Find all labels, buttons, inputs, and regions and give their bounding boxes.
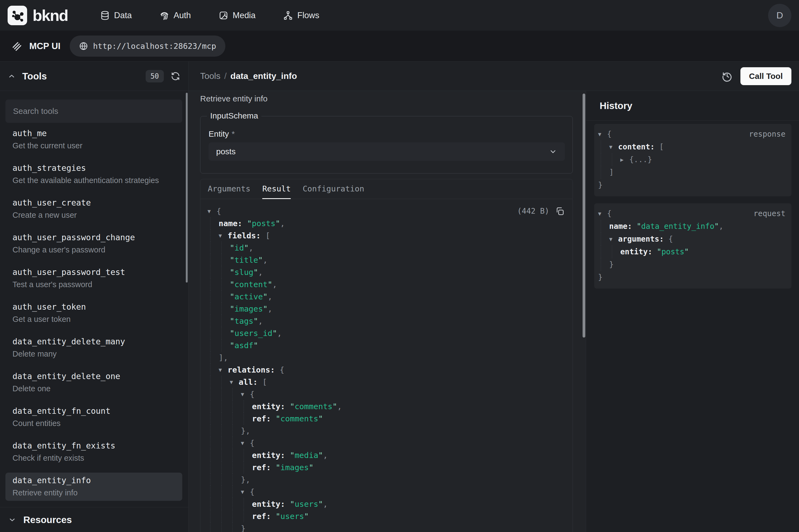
json-punctuation: [ [659,142,664,151]
collapse-toggle-icon[interactable]: ▼ [598,131,607,137]
json-key: entity: [252,499,290,509]
json-key: ref: [252,512,275,521]
indent-guide [232,473,233,486]
top-nav: bknd Data [0,0,799,31]
nav-item-media[interactable]: Media [218,11,255,20]
json-punctuation: ] [609,168,614,177]
collapse-toggle-icon[interactable]: ▼ [218,232,228,239]
tool-list-item[interactable]: data_entity_delete_manyDelete many [5,334,182,362]
tool-list-item[interactable]: auth_meGet the current user [5,126,182,154]
collapse-toggle-icon[interactable]: ▼ [218,366,228,373]
user-avatar[interactable]: D [768,4,792,27]
entity-select[interactable]: posts [209,142,565,161]
tool-list-item[interactable]: data_entity_fn_countCount entities [5,403,182,432]
json-string: "images" [275,463,313,472]
json-punctuation: {...} [629,155,652,164]
indent-guide [232,425,233,437]
json-line: ▼relations: { [208,364,565,376]
collapse-toggle-icon[interactable]: ▼ [598,210,607,217]
tool-list-item[interactable]: auth_user_createCreate a new user [5,195,182,223]
indent-guide [221,449,222,461]
history-entry-tag: request [754,209,785,218]
json-line: "asdf" [208,339,565,352]
breadcrumb-current: data_entity_info [230,71,297,81]
refresh-icon[interactable] [170,71,180,81]
nav-item-flows[interactable]: Flows [283,11,319,20]
tool-name: auth_me [13,129,178,138]
server-url-pill[interactable]: http://localhost:28623/mcp [70,36,225,57]
collapse-toggle-icon[interactable]: ▼ [609,144,618,150]
indent-guide [221,290,222,303]
tool-detail-panel: Retrieve entity info InputSchema Entity*… [189,91,586,532]
tool-list-item[interactable]: data_entity_delete_oneDelete one [5,368,182,397]
json-string: "asdf" [230,341,258,350]
tab-arguments[interactable]: Arguments [208,179,250,199]
search-input[interactable] [5,99,182,123]
json-punctuation: , [280,219,285,228]
collapse-toggle-icon[interactable]: ▼ [241,489,250,495]
indent-guide [244,449,244,461]
bknd-logo-icon [7,6,27,25]
call-tool-button[interactable]: Call Tool [740,67,792,85]
collapse-toggle-icon[interactable]: ▼ [241,440,250,446]
brand-logo[interactable]: bknd [7,6,68,25]
tool-list-item[interactable]: auth_user_password_changeChange a user's… [5,230,182,258]
history-icon[interactable] [721,71,733,82]
json-punctuation: { [250,438,254,448]
tool-list-item[interactable]: auth_strategiesGet the available authent… [5,160,182,188]
indent-guide [232,400,233,413]
collapse-toggle-icon[interactable]: ▶ [620,156,629,163]
tool-list-item[interactable]: data_entity_fn_existsCheck if entity exi… [5,438,182,466]
nav-item-data[interactable]: Data [100,11,132,20]
json-line: entity: "comments", [208,400,565,413]
mcp-logo-icon [11,40,23,52]
resources-section-header[interactable]: Resources [0,507,188,532]
nav-label: Data [114,11,132,20]
tool-list-item[interactable]: auth_user_password_testTest a user's pas… [5,264,182,292]
indent-guide [232,498,233,510]
json-string: "slug" [230,268,258,277]
collapse-toggle-icon[interactable]: ▼ [208,208,216,214]
indent-guide [232,486,233,498]
json-line: ▼{ [208,437,565,449]
content-scrollbar-thumb[interactable] [583,94,585,338]
tool-description: Count entities [13,419,178,428]
tool-list-item[interactable]: data_entity_infoRetrieve entity info [5,473,182,501]
json-punctuation: , [263,255,267,265]
tool-list-item[interactable]: auth_user_tokenGet a user token [5,299,182,327]
history-title: History [600,100,632,111]
json-line: ▼{request [598,207,785,220]
result-size: (442 B) [517,207,549,215]
indent-guide [244,461,244,473]
json-punctuation: , [719,222,724,231]
json-string: "active" [230,292,268,301]
sidebar-scrollbar-thumb[interactable] [186,93,188,283]
json-key: relations: [228,365,280,375]
json-punctuation: { [280,365,284,375]
tab-configuration[interactable]: Configuration [303,179,364,199]
json-line: ] [598,166,785,179]
breadcrumb-section[interactable]: Tools [200,71,221,81]
json-punctuation: { [607,209,612,218]
fingerprint-icon [159,11,169,20]
json-key: fields: [228,231,266,240]
indent-guide [221,376,222,388]
indent-guide [232,413,233,425]
indent-guide [612,153,612,166]
history-entry-request[interactable]: ▼{requestname: "data_entity_info",▼argum… [594,203,792,288]
tools-section-header[interactable]: Tools 50 [0,61,188,91]
collapse-toggle-icon[interactable]: ▼ [241,391,250,398]
collapse-toggle-icon[interactable]: ▼ [609,236,618,242]
tool-header: Tools / data_entity_info Call Tool [189,61,799,91]
json-line: } [208,522,565,532]
nav-label: Auth [174,11,191,20]
indent-guide [612,245,612,258]
indent-guide [221,278,222,290]
history-entry-response[interactable]: ▼{response▼content: [▶{...}]} [594,124,792,196]
copy-icon[interactable] [555,207,565,216]
nav-item-auth[interactable]: Auth [159,11,191,20]
tab-result[interactable]: Result [262,179,291,199]
json-line: entity: "users", [208,498,565,510]
collapse-toggle-icon[interactable]: ▼ [230,379,239,385]
tool-name: auth_user_create [13,198,178,207]
